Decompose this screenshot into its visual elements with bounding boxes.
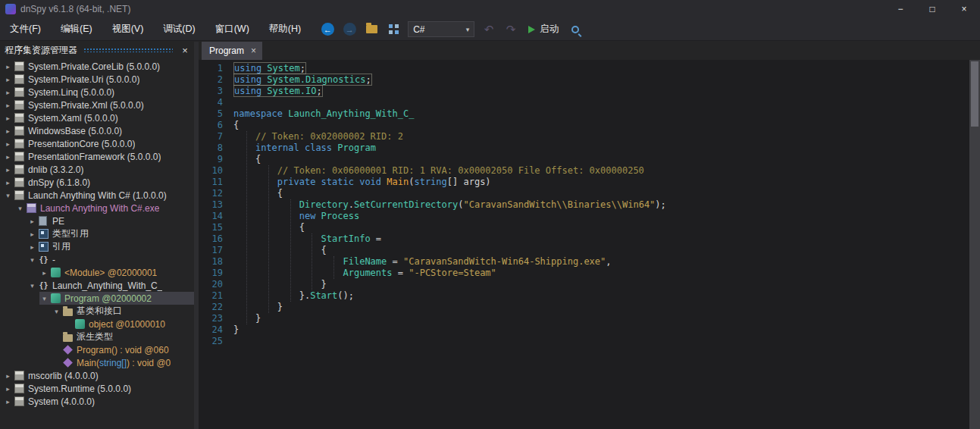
code-line[interactable]: 20 } bbox=[199, 279, 969, 290]
expander-icon[interactable]: ▸ bbox=[3, 63, 13, 70]
panel-close-button[interactable]: × bbox=[179, 45, 191, 56]
code-line[interactable]: 1using System; bbox=[199, 63, 969, 74]
modules-button[interactable] bbox=[386, 21, 401, 38]
tree-node[interactable]: 派生类型 bbox=[0, 330, 194, 343]
code-line[interactable]: 25 bbox=[199, 336, 969, 347]
tree-node[interactable]: ▸dnlib (3.3.2.0) bbox=[0, 163, 194, 176]
code-line[interactable]: 13 Directory.SetCurrentDirectory("Carava… bbox=[199, 199, 969, 211]
expander-icon[interactable]: ▸ bbox=[27, 230, 37, 238]
expander-icon[interactable]: ▾ bbox=[3, 192, 13, 199]
code-line[interactable]: 19 Arguments = "-PCStore=Steam" bbox=[199, 268, 969, 279]
expander-icon[interactable]: ▸ bbox=[3, 102, 13, 109]
undo-button[interactable]: ↶ bbox=[481, 21, 496, 38]
tree-node[interactable]: ▾- bbox=[0, 253, 194, 266]
code-line[interactable]: 21 }.Start(); bbox=[199, 290, 969, 302]
expander-icon[interactable]: ▸ bbox=[3, 127, 13, 135]
tree-node[interactable]: ▾Launch Anything With C# (1.0.0.0) bbox=[0, 189, 194, 202]
expander-icon[interactable]: ▸ bbox=[3, 385, 13, 393]
code-line[interactable]: 7 // Token: 0x02000002 RID: 2 bbox=[199, 131, 969, 142]
expander-icon[interactable]: ▾ bbox=[52, 308, 61, 315]
code-line[interactable]: 8 internal class Program bbox=[199, 142, 969, 154]
code-line[interactable]: 3using System.IO; bbox=[199, 86, 969, 97]
panel-drag-grip[interactable] bbox=[83, 48, 173, 52]
expander-icon[interactable]: ▸ bbox=[3, 398, 13, 406]
open-button[interactable] bbox=[364, 21, 379, 38]
code-line[interactable]: 22 } bbox=[199, 302, 969, 313]
expander-icon[interactable]: ▸ bbox=[3, 179, 13, 186]
tree-node[interactable]: ▸System.Linq (5.0.0.0) bbox=[0, 86, 194, 99]
tree-node[interactable]: ▸引用 bbox=[0, 240, 194, 253]
expander-icon[interactable]: ▸ bbox=[39, 269, 49, 277]
tree-node[interactable]: ▾Launch Anything With C#.exe bbox=[0, 202, 194, 214]
code-editor[interactable]: 1using System;2using System.Diagnostics;… bbox=[199, 60, 980, 429]
code-line[interactable]: 5namespace Launch_Anything_With_C_ bbox=[199, 108, 969, 120]
expander-icon[interactable]: ▸ bbox=[3, 166, 13, 174]
code-line[interactable]: 12 { bbox=[199, 188, 969, 199]
maximize-button[interactable]: □ bbox=[916, 0, 948, 18]
expander-icon[interactable]: ▾ bbox=[27, 256, 37, 264]
tree-node[interactable]: ▸PresentationFramework (5.0.0.0) bbox=[0, 150, 194, 163]
assembly-tree[interactable]: ▸System.Private.CoreLib (5.0.0.0)▸System… bbox=[0, 58, 194, 429]
tree-node[interactable]: ▾Program @02000002 bbox=[0, 292, 194, 305]
editor-vscrollbar[interactable] bbox=[969, 60, 980, 429]
code-line[interactable]: 10 // Token: 0x06000001 RID: 1 RVA: 0x00… bbox=[199, 165, 969, 177]
code-line[interactable]: 6{ bbox=[199, 120, 969, 131]
scrollbar-thumb[interactable] bbox=[971, 61, 978, 127]
tree-node[interactable]: ▾基类和接口 bbox=[0, 305, 194, 318]
tree-node[interactable]: ▸PE bbox=[0, 214, 194, 227]
tree-node[interactable]: ▾Launch_Anything_With_C_ bbox=[0, 279, 194, 292]
tree-node[interactable]: ▸dnSpy (6.1.8.0) bbox=[0, 176, 194, 189]
code-line[interactable]: 14 new Process bbox=[199, 211, 969, 222]
tree-node[interactable]: ▸PresentationCore (5.0.0.0) bbox=[0, 137, 194, 150]
menu-item[interactable]: 视图(V) bbox=[102, 18, 154, 40]
tree-node[interactable]: ▸System.Runtime (5.0.0.0) bbox=[0, 382, 194, 395]
expander-icon[interactable]: ▾ bbox=[15, 205, 25, 212]
code-line[interactable]: 16 StartInfo = bbox=[199, 233, 969, 245]
expander-icon[interactable]: ▸ bbox=[27, 218, 37, 225]
menu-item[interactable]: 帮助(H) bbox=[259, 18, 311, 40]
start-button[interactable]: 启动 bbox=[528, 23, 559, 36]
tree-node[interactable]: Program() : void @060 bbox=[0, 343, 194, 356]
tree-node[interactable]: Main(string[]) : void @0 bbox=[0, 356, 194, 369]
tree-node[interactable]: ▸类型引用 bbox=[0, 227, 194, 240]
tab-program[interactable]: Program × bbox=[202, 42, 262, 60]
tree-node[interactable]: ▸System.Xaml (5.0.0.0) bbox=[0, 111, 194, 124]
back-button[interactable]: ← bbox=[320, 21, 335, 38]
code-line[interactable]: 9 { bbox=[199, 154, 969, 165]
code-line[interactable]: 23 } bbox=[199, 313, 969, 324]
menu-item[interactable]: 文件(F) bbox=[0, 18, 51, 40]
tree-node[interactable]: ▸WindowsBase (5.0.0.0) bbox=[0, 124, 194, 137]
expander-icon[interactable]: ▸ bbox=[3, 153, 13, 161]
expander-icon[interactable]: ▸ bbox=[3, 372, 13, 380]
language-select[interactable]: C# ▾ bbox=[408, 21, 474, 37]
code-line[interactable]: 18 FileName = "CaravanSandWitch-Win64-Sh… bbox=[199, 256, 969, 268]
code-line[interactable]: 2using System.Diagnostics; bbox=[199, 74, 969, 86]
code-line[interactable]: 17 { bbox=[199, 245, 969, 256]
minimize-button[interactable]: − bbox=[885, 0, 916, 18]
search-button[interactable] bbox=[565, 21, 581, 38]
menu-item[interactable]: 编辑(E) bbox=[51, 18, 102, 40]
tree-node[interactable]: object @01000010 bbox=[0, 318, 194, 330]
code-line[interactable]: 15 { bbox=[199, 222, 969, 233]
menu-item[interactable]: 调试(D) bbox=[153, 18, 205, 40]
code-line[interactable]: 4 bbox=[199, 97, 969, 108]
tree-node[interactable]: ▸System.Private.Uri (5.0.0.0) bbox=[0, 73, 194, 86]
tree-node[interactable]: ▸System (4.0.0.0) bbox=[0, 395, 194, 408]
expander-icon[interactable]: ▾ bbox=[27, 282, 37, 290]
expander-icon[interactable]: ▸ bbox=[3, 140, 13, 148]
redo-button[interactable]: ↷ bbox=[503, 21, 518, 38]
forward-button[interactable]: → bbox=[342, 21, 357, 38]
expander-icon[interactable]: ▸ bbox=[3, 76, 13, 83]
tree-node[interactable]: ▸System.Private.CoreLib (5.0.0.0) bbox=[0, 60, 194, 73]
tree-node[interactable]: ▸<Module> @02000001 bbox=[0, 266, 194, 279]
tab-close-icon[interactable]: × bbox=[251, 45, 256, 56]
tree-node[interactable]: ▸mscorlib (4.0.0.0) bbox=[0, 369, 194, 382]
code-line[interactable]: 24} bbox=[199, 324, 969, 336]
expander-icon[interactable]: ▾ bbox=[39, 295, 49, 302]
code-line[interactable]: 11 private static void Main(string[] arg… bbox=[199, 177, 969, 188]
close-button[interactable]: × bbox=[948, 0, 980, 18]
expander-icon[interactable]: ▸ bbox=[3, 89, 13, 96]
menu-item[interactable]: 窗口(W) bbox=[205, 18, 259, 40]
expander-icon[interactable]: ▸ bbox=[3, 114, 13, 122]
tree-node[interactable]: ▸System.Private.Xml (5.0.0.0) bbox=[0, 99, 194, 111]
